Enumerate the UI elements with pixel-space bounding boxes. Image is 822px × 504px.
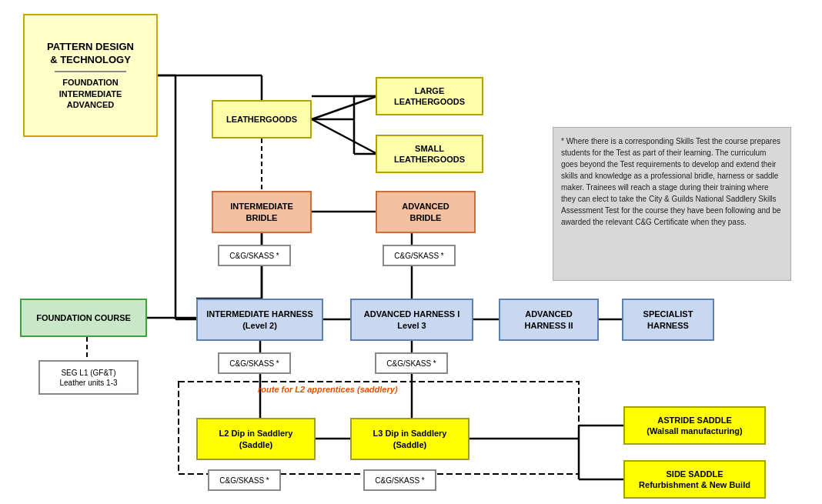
route-label: route for L2 apprentices (saddlery) — [258, 385, 398, 394]
pattern-design-title: PATTERN DESIGN& TECHNOLOGY — [47, 41, 134, 67]
advanced-bridle-node: ADVANCEDBRIDLE — [376, 191, 476, 233]
leathergoods-node: LEATHERGOODS — [212, 100, 312, 139]
l3-dip-saddlery-node: L3 Dip in Saddlery(Saddle) — [350, 418, 469, 460]
side-saddle-node: SIDE SADDLERefurbishment & New Build — [623, 460, 766, 499]
seg-l1-node: SEG L1 (GF&T)Leather units 1-3 — [38, 360, 139, 395]
foundation-course-node: FOUNDATION COURSE — [20, 299, 147, 337]
cg-skass-1: C&G/SKASS * — [218, 245, 291, 266]
svg-line-3 — [312, 119, 377, 154]
l2-dip-saddlery-node: L2 Dip in Saddlery(Saddle) — [196, 418, 316, 460]
info-box-text: * Where there is a corresponding Skills … — [561, 137, 781, 226]
svg-line-2 — [312, 96, 377, 119]
small-leathergoods-node: SMALLLEATHERGOODS — [376, 135, 483, 173]
pattern-design-node: PATTERN DESIGN& TECHNOLOGY FOUNDATIONINT… — [23, 14, 158, 137]
cg-skass-2: C&G/SKASS * — [383, 245, 456, 266]
cg-skass-3: C&G/SKASS * — [218, 352, 291, 374]
info-box: * Where there is a corresponding Skills … — [553, 127, 791, 281]
pattern-design-levels: FOUNDATIONINTERMEDIATEADVANCED — [47, 77, 134, 110]
cg-skass-5: C&G/SKASS * — [208, 469, 281, 491]
advanced-harness2-node: ADVANCEDHARNESS II — [499, 299, 599, 341]
astride-saddle-node: ASTRIDE SADDLE(Walsall manufacturing) — [623, 406, 766, 445]
cg-skass-6: C&G/SKASS * — [363, 469, 436, 491]
specialist-harness-node: SPECIALISTHARNESS — [622, 299, 714, 341]
intermediate-bridle-node: INTERMEDIATEBRIDLE — [212, 191, 312, 233]
cg-skass-4: C&G/SKASS * — [375, 352, 448, 374]
advanced-harness1-node: ADVANCED HARNESS ILevel 3 — [350, 299, 473, 341]
intermediate-harness-node: INTERMEDIATE HARNESS(Level 2) — [196, 299, 323, 341]
large-leathergoods-node: LARGELEATHERGOODS — [376, 77, 483, 115]
